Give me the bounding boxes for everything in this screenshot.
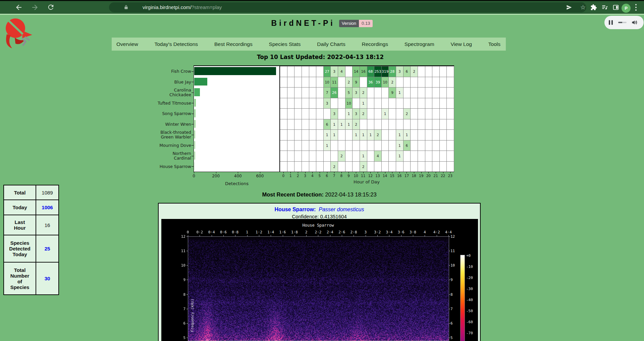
stats-value[interactable]: 1006 xyxy=(36,200,58,215)
spectrogram-xtick-label: 0·8 xyxy=(232,230,238,234)
axis-tick xyxy=(216,172,216,173)
browser-toolbar: virginia.birdnetpi.com/?stream=play ☆ P xyxy=(0,1,644,14)
spectrogram-ytick xyxy=(449,251,450,251)
heatmap-cell: 7 xyxy=(324,88,331,98)
profile-avatar[interactable]: P xyxy=(622,4,631,13)
top10-title: Top 10 Last Updated: 2022-04-13 18:12 xyxy=(153,54,488,60)
spectrogram-xtick xyxy=(294,235,295,236)
species-link[interactable]: House Sparrow: xyxy=(275,207,316,212)
nav-item-best-recordings[interactable]: Best Recordings xyxy=(214,41,253,47)
heatmap-gridline xyxy=(280,108,454,109)
heatmap-cell: 16 xyxy=(360,66,367,77)
heatmap-cell: 1 xyxy=(382,109,389,119)
axis-tick xyxy=(428,172,429,173)
detections-bar xyxy=(194,99,196,107)
species-label: Black-throatedGreen Warbler xyxy=(130,130,191,139)
spectrogram-xtick-label: 3·8 xyxy=(410,230,416,234)
table-row: Last Hour16 xyxy=(4,215,58,235)
heatmap-cell: 3 xyxy=(331,66,338,77)
detection-species-line: House Sparrow:Passer domesticus xyxy=(159,207,480,213)
spectrogram-ytick xyxy=(186,236,188,237)
bar-tick-label: 0 xyxy=(193,174,195,178)
bar-tick-label: 200 xyxy=(212,174,220,178)
bookmark-star-icon[interactable]: ☆ xyxy=(580,4,587,11)
most-recent-time: 2022-04-13 18:15:23 xyxy=(325,191,376,197)
heatmap-cell: 1 xyxy=(396,88,403,98)
hour-tick-label: 9 xyxy=(347,174,350,178)
nav-item-view-log[interactable]: View Log xyxy=(450,41,472,47)
axis-tick xyxy=(320,172,320,173)
spectrogram-xtick xyxy=(212,235,212,236)
axis-tick xyxy=(334,172,334,173)
colorbar-tick-label: -50 xyxy=(466,309,473,313)
spectrogram-ytick-label: 11 xyxy=(177,249,185,253)
back-arrow-icon xyxy=(15,3,23,11)
extensions-icon[interactable] xyxy=(590,4,597,11)
spectrogram-ytick-label: 5 xyxy=(177,335,185,340)
axis-tick xyxy=(298,172,298,173)
spectrogram-xtick xyxy=(247,235,248,236)
colorbar-tick-label: -20 xyxy=(466,276,473,280)
stats-table: Total1089Today1006Last Hour16Species Det… xyxy=(3,185,59,295)
spectrogram-ytick-label: 10 xyxy=(450,263,455,268)
spectrogram-xtick-label: 2 xyxy=(305,230,308,234)
heatmap-cell: 10 xyxy=(324,77,331,88)
nav-item-species-stats[interactable]: Species Stats xyxy=(269,41,301,47)
back-button[interactable] xyxy=(15,3,23,11)
volume-icon[interactable] xyxy=(631,19,638,26)
heatmap-cell: 1 xyxy=(331,130,338,140)
spectrogram-ytick-label: 5 xyxy=(450,335,453,340)
pause-icon[interactable] xyxy=(609,20,613,25)
nav-bar: OverviewToday's DetectionsBest Recording… xyxy=(112,38,506,51)
browser-window: virginia.birdnetpi.com/?stream=play ☆ P … xyxy=(0,0,644,341)
heat-axis-label: Hour of Day xyxy=(354,179,380,184)
heatmap-cell: 3 xyxy=(324,98,331,109)
spectrogram-xtick-label: 2·6 xyxy=(338,230,345,234)
nav-item-daily-charts[interactable]: Daily Charts xyxy=(317,41,345,47)
spectrogram-xtick-label: 1·8 xyxy=(291,230,298,234)
nav-item-overview[interactable]: Overview xyxy=(116,41,138,47)
stats-value[interactable]: 30 xyxy=(36,263,58,294)
forward-button[interactable] xyxy=(31,3,39,11)
detection-card: House Sparrow:Passer domesticus Confiden… xyxy=(158,203,481,341)
heatmap-cell: 10 xyxy=(382,77,389,88)
hour-tick-label: 17 xyxy=(405,174,409,178)
reload-button[interactable] xyxy=(47,3,55,11)
reload-icon xyxy=(47,3,55,11)
scientific-name-link[interactable]: Passer domesticus xyxy=(319,207,364,212)
spectrogram-xtick xyxy=(389,235,389,236)
axis-tick xyxy=(290,172,291,173)
forward-arrow-icon xyxy=(31,3,39,11)
audio-progress[interactable] xyxy=(618,22,627,23)
hour-tick-label: 8 xyxy=(340,174,342,178)
spectrogram-ytick xyxy=(449,309,450,309)
audio-player[interactable] xyxy=(604,16,644,29)
nav-item-today-s-detections[interactable]: Today's Detections xyxy=(154,41,198,47)
send-icon[interactable] xyxy=(566,4,573,11)
hour-tick-label: 7 xyxy=(333,174,335,178)
stats-value[interactable]: 25 xyxy=(36,235,58,262)
species-label: NorthernCardinal xyxy=(130,151,191,160)
spectrogram-ytick xyxy=(186,309,188,309)
heatmap-cell: 2 xyxy=(331,162,338,172)
nav-item-spectrogram[interactable]: Spectrogram xyxy=(405,41,434,47)
nav-item-recordings[interactable]: Recordings xyxy=(362,41,388,47)
heatmap-cell: 1 xyxy=(360,130,367,140)
axis-tick xyxy=(312,172,313,173)
spectrogram-xtick-label: 3·6 xyxy=(398,230,405,234)
nav-item-tools[interactable]: Tools xyxy=(488,41,500,47)
media-controls-icon[interactable] xyxy=(601,4,608,11)
spectrogram-xtick-label: 2·8 xyxy=(351,230,357,234)
side-panel-icon[interactable] xyxy=(612,4,619,11)
spectrogram-xtick-label: 4 xyxy=(424,230,426,234)
spectrogram-ytick xyxy=(449,265,450,266)
menu-kebab-icon[interactable] xyxy=(635,4,637,12)
spectrogram-ytick-label: 11 xyxy=(450,249,455,253)
spectrogram-xtick xyxy=(437,235,437,236)
heatmap-cell: 1 xyxy=(353,130,360,140)
address-bar[interactable]: virginia.birdnetpi.com/?stream=play ☆ xyxy=(109,2,586,12)
spectrogram-xtick-label: 3 xyxy=(364,230,367,234)
axis-tick xyxy=(392,172,392,173)
spectrogram-colorbar xyxy=(460,255,465,341)
spectrogram-xtick-label: 0·2 xyxy=(196,230,203,234)
